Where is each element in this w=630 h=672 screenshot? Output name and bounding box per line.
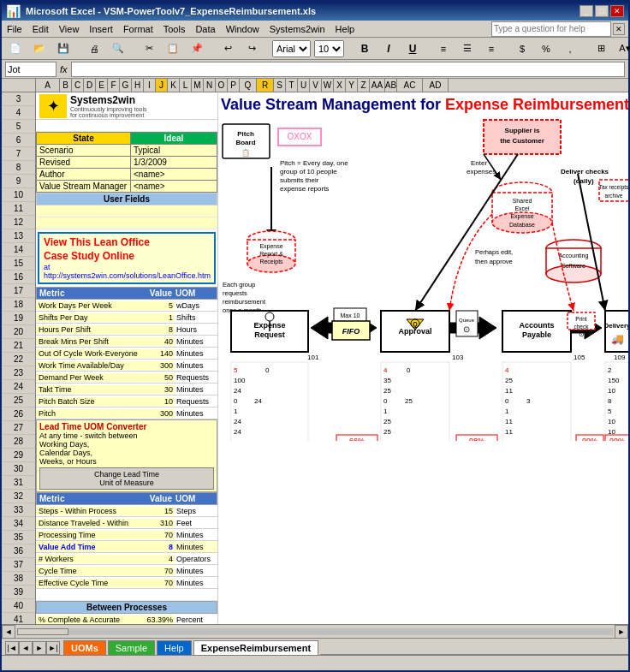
scroll-left-button[interactable]: ◄ [2, 625, 15, 639]
tab-scroll-next[interactable]: ► [33, 641, 46, 655]
undo-button[interactable]: ↩ [217, 40, 238, 57]
cut-button[interactable]: ✂ [139, 40, 159, 57]
col-header-d[interactable]: D [84, 79, 96, 92]
col-header-b[interactable]: B [60, 79, 72, 92]
percent-button[interactable]: % [536, 40, 556, 57]
underline-button[interactable]: U [402, 40, 423, 57]
col-header-a[interactable]: A [36, 79, 60, 92]
col-header-j[interactable]: J [156, 79, 168, 92]
redo-button[interactable]: ↪ [241, 40, 262, 57]
preview-button[interactable]: 🔍 [108, 40, 128, 57]
col-header-l[interactable]: L [180, 79, 192, 92]
print-button[interactable]: 🖨 [84, 40, 104, 57]
scroll-right-button[interactable]: ► [615, 625, 628, 639]
menu-tools[interactable]: Tools [158, 23, 191, 35]
row-16: 16 [2, 271, 35, 284]
menu-insert[interactable]: Insert [84, 23, 118, 35]
menu-format[interactable]: Format [118, 23, 158, 35]
col-header-z[interactable]: Z [358, 79, 370, 92]
tab-help[interactable]: Help [157, 640, 192, 655]
border-button[interactable]: ⊞ [591, 40, 611, 57]
currency-button[interactable]: $ [512, 40, 532, 57]
col-header-ac[interactable]: AC [397, 79, 423, 92]
col-header-n[interactable]: N [204, 79, 216, 92]
font-size-selector[interactable]: 10 [314, 40, 344, 57]
tab-scroll-last[interactable]: ►| [46, 641, 60, 655]
align-left-button[interactable]: ≡ [433, 40, 454, 57]
bold-button[interactable]: B [354, 40, 375, 57]
menu-help[interactable]: Help [330, 23, 360, 35]
save-button[interactable]: 💾 [53, 40, 74, 57]
col-header-p[interactable]: P [228, 79, 240, 92]
menu-file[interactable]: File [2, 23, 27, 35]
author-val-cell[interactable]: <name> [131, 169, 217, 181]
align-center-button[interactable]: ☰ [457, 40, 478, 57]
col-header-ab[interactable]: AB [385, 79, 397, 92]
maximize-button[interactable]: □ [595, 5, 609, 17]
tab-sample[interactable]: Sample [108, 640, 155, 655]
menu-edit[interactable]: Edit [27, 23, 54, 35]
menu-view[interactable]: View [54, 23, 85, 35]
scenario-val-cell[interactable]: Typical [131, 145, 217, 157]
user-field-2[interactable] [36, 217, 217, 229]
svg-text:11: 11 [505, 387, 513, 395]
revised-val-cell[interactable]: 1/3/2009 [131, 157, 217, 169]
menu-systems2win[interactable]: Systems2win [264, 23, 330, 35]
tab-scroll-first[interactable]: |◄ [5, 641, 19, 655]
col-header-v[interactable]: V [310, 79, 322, 92]
menu-window[interactable]: Window [221, 23, 264, 35]
col-header-g[interactable]: G [120, 79, 132, 92]
tab-expense-reimbursement[interactable]: ExpenseReimbursement [193, 640, 318, 655]
col-header-q[interactable]: Q [240, 79, 257, 92]
new-button[interactable]: 📄 [5, 40, 26, 57]
col-header-t[interactable]: T [286, 79, 298, 92]
fill-color-button[interactable]: A▾ [615, 40, 630, 57]
col-header-o[interactable]: O [216, 79, 228, 92]
minimize-button[interactable]: _ [579, 5, 593, 17]
open-button[interactable]: 📂 [29, 40, 50, 57]
formula-input[interactable] [71, 62, 625, 77]
paste-button[interactable]: 📌 [187, 40, 207, 57]
copy-button[interactable]: 📋 [163, 40, 183, 57]
menu-data[interactable]: Data [190, 23, 220, 35]
col-header-e[interactable]: E [96, 79, 108, 92]
metric-row-2: Hours Per Shift 8 Hours [36, 324, 217, 336]
col-header-i[interactable]: I [144, 79, 156, 92]
col-header-c[interactable]: C [72, 79, 84, 92]
col-header-w[interactable]: W [322, 79, 334, 92]
close-button[interactable]: ✕ [610, 5, 624, 17]
row-39: 39 [2, 586, 35, 599]
tab-uoms[interactable]: UOMs [63, 640, 106, 655]
col-header-u[interactable]: U [298, 79, 310, 92]
author-label-cell: Author [37, 169, 131, 181]
col-header-x[interactable]: X [334, 79, 346, 92]
metric-label-5: Work Time Available/Day [36, 361, 142, 370]
ideal-header-cell[interactable]: Ideal [131, 133, 217, 145]
window-controls[interactable]: _ □ ✕ [579, 5, 624, 17]
help-close-button[interactable]: ✕ [613, 23, 625, 35]
col-header-aa[interactable]: AA [370, 79, 385, 92]
col-header-k[interactable]: K [168, 79, 180, 92]
col-header-m[interactable]: M [192, 79, 204, 92]
col-header-y[interactable]: Y [346, 79, 358, 92]
font-selector[interactable]: Arial [272, 40, 311, 57]
state-header-cell[interactable]: State [37, 133, 131, 145]
col-header-h[interactable]: H [132, 79, 144, 92]
lean-link[interactable]: at http://systems2win.com/solutions/Lean… [44, 263, 210, 280]
scroll-track[interactable] [17, 628, 613, 635]
align-right-button[interactable]: ≡ [481, 40, 502, 57]
user-field-1[interactable] [36, 205, 217, 217]
col-header-s[interactable]: S [274, 79, 286, 92]
tab-scroll-prev[interactable]: ◄ [19, 641, 33, 655]
help-search[interactable] [491, 21, 611, 37]
italic-button[interactable]: I [378, 40, 399, 57]
col-header-f[interactable]: F [108, 79, 120, 92]
vsm-val-cell[interactable]: <name> [131, 181, 217, 193]
change-lead-time-button[interactable]: Change Lead TimeUnit of Measure [39, 467, 214, 490]
scroll-thumb[interactable] [17, 628, 68, 635]
comma-button[interactable]: , [560, 40, 580, 57]
cell-reference-box[interactable] [5, 62, 56, 77]
svg-text:4: 4 [383, 366, 388, 374]
col-header-r[interactable]: R [257, 79, 274, 92]
col-header-ad[interactable]: AD [423, 79, 449, 92]
